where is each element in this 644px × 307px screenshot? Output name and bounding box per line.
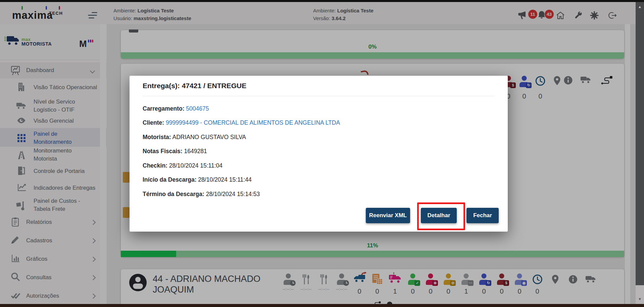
scrollbar-thumb[interactable] <box>636 2 644 285</box>
reenviar-xml-button[interactable]: Reenviar XML <box>366 208 410 223</box>
field-label: Carregamento: <box>143 105 184 112</box>
field-value: 28/10/2024 15:11:44 <box>198 176 251 183</box>
fechar-button[interactable]: Fechar <box>466 208 499 223</box>
modal-divider <box>143 96 494 96</box>
field-inicio-descarga: Início da Descarga: 28/10/2024 15:11:44 <box>143 176 252 183</box>
field-value: ADRIANO GUSTAVO SILVA <box>172 134 246 140</box>
field-label: Início da Descarga: <box>143 176 196 183</box>
window-bottom-edge <box>0 304 644 307</box>
field-cliente: Cliente: 9999994499 - COMERCIAL DE ALIME… <box>143 119 340 126</box>
scroll-up-arrow[interactable]: ▲ <box>636 5 644 9</box>
carregamento-link[interactable]: 5004675 <box>186 105 209 112</box>
field-carregamento: Carregamento: 5004675 <box>143 105 209 112</box>
app-window: maxima TECH Ambiente: Logística Teste Us… <box>0 0 644 307</box>
field-notas-fiscais: Notas Fiscais: 1649281 <box>143 148 207 155</box>
field-motorista: Motorista: ADRIANO GUSTAVO SILVA <box>143 134 246 141</box>
field-value: 28/10/2024 15:14:53 <box>206 191 260 197</box>
detalhar-button[interactable]: Detalhar <box>421 208 457 223</box>
field-label: Motorista: <box>143 134 171 140</box>
window-top-edge <box>0 0 644 2</box>
cliente-link[interactable]: 9999994499 - COMERCIAL DE ALIMENTOS DE A… <box>166 119 340 126</box>
field-value: 1649281 <box>184 148 207 155</box>
field-label: Término da Descarga: <box>143 191 204 197</box>
browser-scrollbar[interactable]: ▲ ▼ <box>636 2 644 307</box>
modal-title: Entrega(s): 47421 / ENTREGUE <box>143 82 246 90</box>
field-label: Cliente: <box>143 119 164 126</box>
field-termino-descarga: Término da Descarga: 28/10/2024 15:14:53 <box>143 191 260 198</box>
scroll-down-arrow[interactable]: ▼ <box>636 297 644 301</box>
field-label: Notas Fiscais: <box>143 148 183 155</box>
delivery-detail-modal: Entrega(s): 47421 / ENTREGUE Carregament… <box>130 76 508 232</box>
field-value: 28/10/2024 15:11:04 <box>169 162 222 169</box>
field-checkin: Checkin: 28/10/2024 15:11:04 <box>143 162 222 169</box>
field-label: Checkin: <box>143 162 167 169</box>
